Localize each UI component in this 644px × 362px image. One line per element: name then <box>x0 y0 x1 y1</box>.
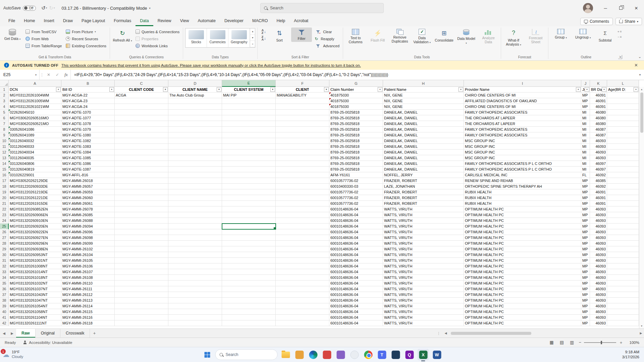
filter-dropdown-K[interactable]: ▾ <box>602 87 606 92</box>
zoom-out-button[interactable]: − <box>579 340 581 345</box>
cell-J19[interactable]: MP <box>581 189 590 195</box>
cell-K41[interactable]: 46093 <box>590 315 607 320</box>
cell-H27[interactable]: WATTS, VIRUTH <box>383 235 464 241</box>
currencies-tile[interactable]: Currencies <box>207 28 228 47</box>
cell-A30[interactable]: MGY031320260953NT <box>9 252 61 258</box>
cell-B3[interactable]: MGY-ACGA-23 <box>61 98 115 104</box>
cell-B23[interactable]: MGY-AMMI-26085 <box>61 212 115 218</box>
cell-J26[interactable]: MP <box>581 229 590 235</box>
cell-J20[interactable]: MP <box>581 195 590 201</box>
cell-A42[interactable]: MGY031320261111NT <box>9 320 61 326</box>
row-header-29[interactable]: 29 <box>0 246 9 252</box>
cell-A23[interactable]: MGY031320260906EN <box>9 212 61 218</box>
cell-D30[interactable] <box>168 252 222 258</box>
confirm-entry-button[interactable]: ✓ <box>53 70 62 80</box>
cell-B18[interactable]: MGY-AMMI-26057 <box>61 184 115 189</box>
cell-G18[interactable]: 60010400330-03 <box>329 184 383 189</box>
cell-D19[interactable] <box>168 189 222 195</box>
cell-K37[interactable]: 46093 <box>590 292 607 298</box>
cell-B16[interactable]: MGY-AFFL-816 <box>61 172 115 178</box>
cell-E15[interactable] <box>222 167 276 172</box>
cell-E42[interactable] <box>222 320 276 326</box>
cell-I35[interactable]: OPTIMUM HEALTH PC <box>464 281 581 286</box>
autosave-switch[interactable]: Off <box>23 6 36 11</box>
cell-B37[interactable]: MGY-AMMI-26112 <box>61 292 115 298</box>
cell-I34[interactable]: OPTIMUM HEALTH PC <box>464 275 581 281</box>
cell-B17[interactable]: MGY-AMMI-26018 <box>61 178 115 184</box>
cell-J33[interactable]: MP <box>581 269 590 275</box>
cell-C4[interactable] <box>115 104 168 110</box>
cell-G41[interactable]: 60010148636-04 <box>329 315 383 320</box>
cell-C5[interactable] <box>115 110 168 115</box>
redo-button[interactable]: ↻▾ <box>48 4 55 12</box>
cell-A21[interactable]: MGY031220261915DE <box>9 201 61 206</box>
cell-H20[interactable]: FRAZIER, ROBERT <box>383 195 464 201</box>
cell-L25[interactable] <box>607 224 639 229</box>
cell-G14[interactable]: 8769-25-0025818 <box>329 161 383 167</box>
cell-A38[interactable]: MGY031320261047NT <box>9 298 61 303</box>
cell-L40[interactable] <box>607 309 639 315</box>
cell-D35[interactable] <box>168 281 222 286</box>
workbook-links-button[interactable]: Workbook Links <box>134 42 181 49</box>
cell-L10[interactable] <box>607 138 639 144</box>
cell-F18[interactable] <box>276 184 329 189</box>
clear-filter-button[interactable]: ×Clear <box>313 28 341 35</box>
cell-C36[interactable] <box>115 286 168 292</box>
cell-E40[interactable] <box>222 309 276 315</box>
cell-F7[interactable] <box>276 121 329 127</box>
ribbon-tab-review[interactable]: Review <box>153 17 176 26</box>
cell-A14[interactable]: 031326040806 <box>9 161 61 167</box>
cell-I10[interactable]: MSC GROUP INC <box>464 138 581 144</box>
cell-C33[interactable] <box>115 269 168 275</box>
cell-I30[interactable]: OPTIMUM HEALTH PC <box>464 252 581 258</box>
cell-A37[interactable]: MGY031320261043NT <box>9 292 61 298</box>
cell-I29[interactable]: OPTIMUM HEALTH PC <box>464 246 581 252</box>
filter-dropdown-H[interactable]: ▾ <box>459 87 463 92</box>
sheet-nav-left-button[interactable]: ◀ <box>0 329 8 338</box>
cell-L14[interactable] <box>607 161 639 167</box>
cell-C17[interactable] <box>115 178 168 184</box>
column-header-L[interactable]: L <box>607 80 639 87</box>
column-header-J[interactable]: J <box>581 80 590 87</box>
cell-L24[interactable] <box>607 218 639 224</box>
cell-E22[interactable] <box>222 206 276 212</box>
cell-A32[interactable]: MGY031320261008NT <box>9 263 61 269</box>
minimize-button[interactable]: ─ <box>598 0 613 16</box>
warning-close-icon[interactable]: ✕ <box>632 63 640 68</box>
cell-E13[interactable] <box>222 155 276 161</box>
cell-K9[interactable]: 46087 <box>590 132 607 138</box>
name-box-resize-handle[interactable]: ⋮ <box>40 70 44 80</box>
formula-input[interactable]: =IF(L4>29,"30+ Days",(IF(L4>23,"24-29 Da… <box>70 70 636 80</box>
cell-K2[interactable]: 46091 <box>590 93 607 98</box>
cell-K10[interactable]: 46093 <box>590 138 607 144</box>
cell-D37[interactable] <box>168 292 222 298</box>
cell-F27[interactable] <box>276 235 329 241</box>
cell-I5[interactable]: FAMILY ORTHOPEDIC ASSOCIATES <box>464 110 581 115</box>
filter-dropdown-E[interactable]: ▾ <box>270 87 275 92</box>
cell-E26[interactable] <box>222 229 276 235</box>
comments-button[interactable]: Comments <box>580 18 613 25</box>
cell-L2[interactable] <box>607 93 639 98</box>
cell-J23[interactable]: MP <box>581 212 590 218</box>
hide-detail-button[interactable]: －≡ <box>617 35 622 39</box>
cell-E5[interactable] <box>222 110 276 115</box>
cell-A19[interactable]: MGY031220261219DE <box>9 189 61 195</box>
properties-button[interactable]: Properties <box>134 35 181 42</box>
cell-E6[interactable] <box>222 115 276 121</box>
cell-K26[interactable]: 46093 <box>590 229 607 235</box>
cell-K21[interactable]: 46091 <box>590 201 607 206</box>
row-header-32[interactable]: 32 <box>0 263 9 269</box>
cell-C7[interactable] <box>115 121 168 127</box>
cell-C9[interactable] <box>115 132 168 138</box>
cell-I9[interactable]: FAMILY ORTHOPEDIC ASSOCIATES <box>464 132 581 138</box>
cell-B7[interactable]: MGY-ADTE-1078 <box>61 121 115 127</box>
cell-E37[interactable] <box>222 292 276 298</box>
cell-C16[interactable] <box>115 172 168 178</box>
cell-K32[interactable]: 46093 <box>590 263 607 269</box>
cell-F19[interactable] <box>276 189 329 195</box>
cell-C14[interactable] <box>115 161 168 167</box>
from-web-button[interactable]: From Web <box>24 35 63 42</box>
cell-D21[interactable] <box>168 201 222 206</box>
cell-D16[interactable] <box>168 172 222 178</box>
cell-J18[interactable]: MP <box>581 184 590 189</box>
